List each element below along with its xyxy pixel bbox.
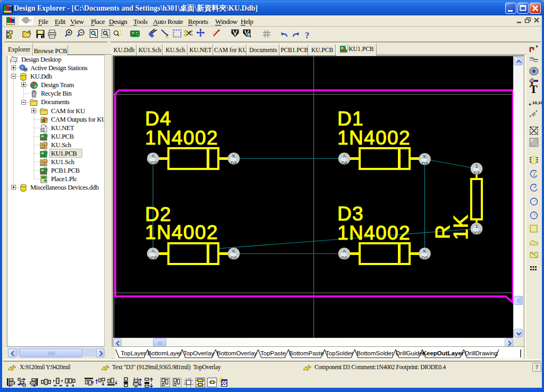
- svg-text:BottomSolder: BottomSolder: [356, 350, 394, 356]
- svg-text:A: A: [343, 249, 346, 254]
- svg-text:A: A: [151, 154, 155, 159]
- svg-text:K: K: [232, 249, 235, 254]
- svg-text:D3: D3: [422, 255, 428, 261]
- svg-text:1N4002: 1N4002: [337, 127, 411, 149]
- svg-text:+: +: [529, 102, 531, 107]
- svg-text:1N4002: 1N4002: [145, 221, 218, 243]
- svg-text:D3: D3: [337, 203, 364, 225]
- svg-text:TopPaste: TopPaste: [260, 350, 286, 356]
- svg-text:10,10: 10,10: [532, 100, 542, 105]
- svg-text:VCC: VCC: [148, 160, 158, 166]
- svg-text:10: 10: [531, 112, 537, 117]
- svg-text:1: 1: [475, 224, 478, 229]
- svg-text:DrillDrawing: DrillDrawing: [465, 350, 498, 356]
- svg-text:TopLayer: TopLayer: [121, 350, 146, 356]
- svg-text:TopSolder: TopSolder: [326, 350, 353, 356]
- svg-text:?: ?: [305, 30, 310, 40]
- svg-text:T: T: [530, 82, 538, 96]
- svg-text:D2: D2: [231, 255, 237, 261]
- svg-text:BottomOverlay: BottomOverlay: [217, 350, 257, 356]
- svg-text:K: K: [423, 249, 427, 254]
- svg-text:D3: D3: [422, 161, 428, 166]
- svg-text:2: 2: [475, 164, 478, 169]
- svg-text:BottomLayer: BottomLayer: [147, 350, 182, 356]
- svg-text:A: A: [151, 249, 155, 254]
- svg-text:D4: D4: [231, 160, 237, 166]
- svg-text:1N4002: 1N4002: [337, 222, 411, 244]
- svg-text:K: K: [423, 154, 427, 159]
- svg-text:A: A: [343, 154, 346, 159]
- svg-text:VCC: VCC: [148, 255, 158, 261]
- svg-text:TopOverlay: TopOverlay: [183, 350, 214, 356]
- svg-text:D4: D4: [342, 160, 347, 166]
- svg-text:1N4002: 1N4002: [145, 127, 218, 149]
- svg-text:VCC: VCC: [472, 231, 481, 236]
- svg-text:BottomPaste: BottomPaste: [289, 350, 324, 356]
- svg-text:1K: 1K: [450, 214, 472, 240]
- svg-text:DrillGuide: DrillGuide: [396, 350, 423, 356]
- svg-text:D2: D2: [342, 255, 347, 261]
- svg-text:KeepOutLayer: KeepOutLayer: [422, 350, 464, 356]
- svg-text:K: K: [232, 154, 235, 159]
- svg-text:D3: D3: [474, 171, 480, 176]
